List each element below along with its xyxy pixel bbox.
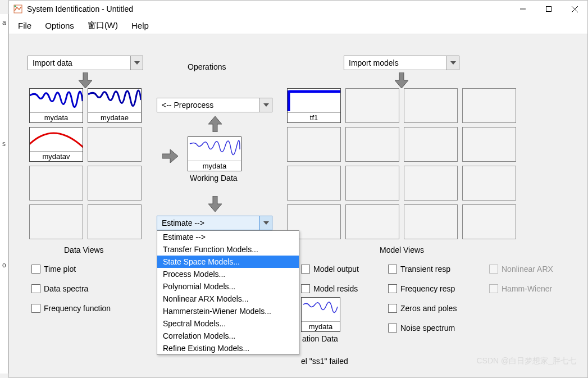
import-models-label: Import models [344, 58, 446, 67]
working-data-label: Working Data [190, 174, 238, 183]
estimate-dropdown[interactable]: Estimate --> [157, 216, 272, 230]
svg-marker-6 [134, 61, 140, 65]
operations-label: Operations [188, 62, 226, 71]
svg-marker-7 [79, 72, 92, 88]
window-title: System Identification - Untitled [27, 4, 510, 13]
model-slot-10[interactable] [345, 166, 399, 201]
model-slot-9[interactable] [287, 166, 341, 201]
model-slot-11[interactable] [404, 166, 458, 201]
maximize-button[interactable] [536, 1, 562, 17]
estimate-label: Estimate --> [157, 218, 259, 227]
data-views-label: Data Views [64, 245, 104, 254]
freq-resp-checkbox[interactable]: Frequency resp [388, 284, 455, 293]
model-slot-5[interactable] [287, 127, 341, 162]
menu-help[interactable]: Help [126, 19, 154, 33]
model-slot-1-caption: tf1 [288, 112, 340, 122]
model-resids-checkbox[interactable]: Model resids [301, 284, 358, 293]
svg-marker-13 [450, 61, 456, 65]
data-spectra-checkbox[interactable]: Data spectra [31, 284, 88, 293]
estimate-menu-popup: Estimate -->Transfer Function Models...S… [157, 230, 299, 355]
transient-label: Transient resp [400, 265, 450, 274]
model-slot-4[interactable] [462, 88, 516, 123]
data-slot-2-caption: mydatae [88, 112, 141, 122]
estimate-menu-item[interactable]: Process Models... [157, 268, 299, 280]
model-slot-7[interactable] [404, 127, 458, 162]
import-models-dropdown[interactable]: Import models [344, 56, 459, 70]
model-output-checkbox[interactable]: Model output [301, 265, 359, 274]
estimate-menu-item[interactable]: Transfer Function Models... [157, 243, 299, 256]
titlebar: System Identification - Untitled [9, 1, 587, 17]
nonlinear-arx-label: Nonlinear ARX [502, 265, 553, 274]
data-slot-6[interactable] [88, 166, 142, 201]
preprocess-label: <-- Preprocess [157, 101, 259, 110]
svg-marker-8 [263, 103, 269, 107]
validation-data-label: ation Data [302, 334, 338, 343]
working-data-thumb[interactable]: mydata [188, 136, 241, 171]
app-window: System Identification - Untitled File Op… [8, 0, 588, 378]
import-data-dropdown[interactable]: Import data [28, 56, 143, 70]
estimate-menu-item[interactable]: Correlation Models... [157, 330, 299, 342]
svg-marker-9 [208, 116, 222, 132]
data-slot-7[interactable] [29, 204, 83, 239]
dropdown-button-icon [446, 56, 459, 70]
estimate-menu-item[interactable]: Estimate --> [157, 231, 299, 243]
data-slot-4[interactable] [88, 127, 142, 162]
data-spectra-label: Data spectra [44, 284, 88, 293]
model-slot-3[interactable] [404, 88, 458, 123]
model-slot-2[interactable] [345, 88, 399, 123]
estimate-menu-item[interactable]: State Space Models... [157, 256, 299, 268]
svg-marker-14 [395, 72, 408, 88]
data-slot-8[interactable] [88, 204, 142, 239]
menu-window[interactable]: 窗口(W) [82, 18, 124, 33]
minimize-button[interactable] [510, 1, 536, 17]
data-slot-3[interactable]: mydatav [29, 127, 83, 162]
noise-spectrum-checkbox[interactable]: Noise spectrum [388, 324, 455, 333]
background-window-strip: a s o [0, 14, 8, 374]
import-data-label: Import data [28, 58, 130, 67]
model-output-label: Model output [313, 265, 359, 274]
menu-file[interactable]: File [12, 19, 37, 33]
svg-marker-11 [208, 196, 222, 212]
estimate-menu-item[interactable]: Spectral Models... [157, 317, 299, 330]
close-button[interactable] [562, 1, 587, 17]
freq-func-checkbox[interactable]: Frequency function [31, 304, 111, 313]
estimate-menu-item[interactable]: Refine Existing Models... [157, 342, 299, 354]
model-views-label: Model Views [380, 245, 424, 254]
model-slot-8[interactable] [462, 127, 516, 162]
menu-options[interactable]: Options [39, 19, 80, 33]
content-area: Import data mydata mydatae mydatav Opera… [9, 34, 587, 377]
data-slot-1-caption: mydata [30, 112, 83, 122]
model-resids-label: Model resids [313, 284, 358, 293]
model-slot-14[interactable] [345, 204, 399, 239]
svg-marker-12 [263, 221, 269, 225]
working-data-caption: mydata [188, 161, 241, 171]
dropdown-button-icon [130, 56, 143, 70]
model-slot-6[interactable] [345, 127, 399, 162]
svg-rect-3 [546, 7, 551, 12]
svg-marker-10 [162, 149, 178, 163]
estimate-menu-item[interactable]: Polynomial Models... [157, 280, 299, 293]
time-plot-checkbox[interactable]: Time plot [31, 265, 76, 274]
arrow-down-icon [208, 196, 222, 212]
time-plot-label: Time plot [44, 265, 76, 274]
model-slot-12[interactable] [462, 166, 516, 201]
estimate-menu-item[interactable]: Nonlinear ARX Models... [157, 293, 299, 305]
nonlinear-arx-checkbox: Nonlinear ARX [489, 265, 553, 274]
noise-spectrum-label: Noise spectrum [400, 324, 455, 333]
zeros-poles-checkbox[interactable]: Zeros and poles [388, 304, 457, 313]
preprocess-dropdown[interactable]: <-- Preprocess [157, 98, 272, 112]
model-slot-15[interactable] [404, 204, 458, 239]
data-slot-2[interactable]: mydatae [88, 88, 142, 123]
transient-checkbox[interactable]: Transient resp [388, 265, 450, 274]
data-slot-3-caption: mydatav [30, 151, 83, 161]
dropdown-button-icon [259, 216, 272, 230]
model-slot-1[interactable]: tf1 [287, 88, 341, 123]
app-icon [13, 4, 22, 13]
model-slot-16[interactable] [462, 204, 516, 239]
estimate-menu-item[interactable]: Hammerstein-Wiener Models... [157, 305, 299, 317]
data-slot-1[interactable]: mydata [29, 88, 83, 123]
validation-data-thumb[interactable]: mydata [301, 297, 340, 332]
zeros-poles-label: Zeros and poles [400, 304, 457, 313]
arrow-right-icon [162, 149, 178, 163]
data-slot-5[interactable] [29, 166, 83, 201]
